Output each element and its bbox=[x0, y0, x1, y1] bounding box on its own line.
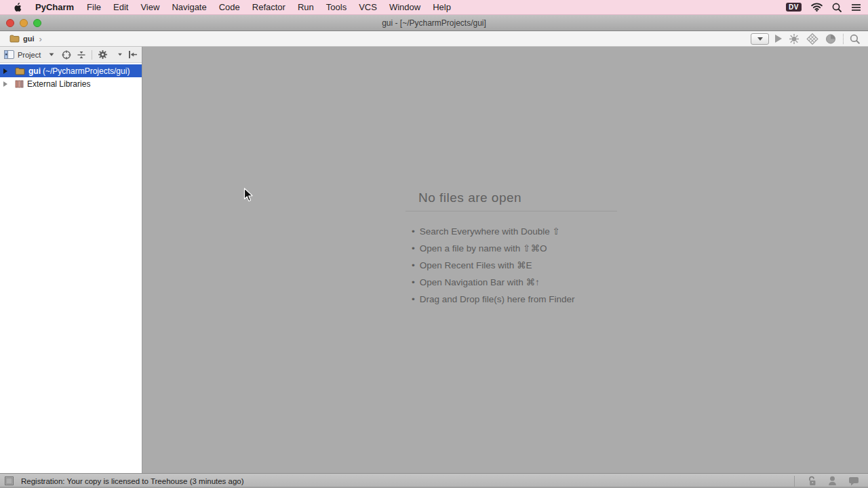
chevron-down-icon bbox=[757, 37, 763, 41]
project-panel-title[interactable]: Project bbox=[18, 51, 41, 59]
folder-icon bbox=[9, 35, 20, 43]
inspections-profile-icon[interactable] bbox=[828, 476, 837, 486]
event-log-bubble-icon[interactable] bbox=[848, 476, 859, 486]
empty-state-title: No files are open bbox=[406, 190, 617, 211]
project-view-dropdown-icon[interactable] bbox=[50, 53, 54, 56]
menu-window[interactable]: Window bbox=[383, 0, 427, 14]
menu-file[interactable]: File bbox=[81, 0, 107, 14]
tree-row-project-root[interactable]: gui (~/PycharmProjects/gui) bbox=[0, 64, 142, 77]
tip-item: Open Recent Files with ⌘E bbox=[412, 257, 617, 274]
navigation-bar: gui › bbox=[0, 31, 868, 47]
toolbar-separator bbox=[843, 34, 844, 44]
window-title-bar: gui - [~/PycharmProjects/gui] bbox=[0, 15, 868, 31]
wifi-icon[interactable] bbox=[811, 3, 823, 12]
tips-list: Search Everywhere with Double ⇧ Open a f… bbox=[406, 223, 617, 308]
gear-dropdown-caret-icon bbox=[118, 54, 122, 56]
tip-item: Drag and Drop file(s) here from Finder bbox=[412, 291, 617, 308]
menu-navigate[interactable]: Navigate bbox=[165, 0, 212, 14]
panel-toolbar-separator bbox=[92, 50, 92, 60]
menu-run[interactable]: Run bbox=[292, 0, 320, 14]
menu-app-pycharm[interactable]: PyCharm bbox=[28, 0, 81, 14]
menu-help[interactable]: Help bbox=[427, 0, 457, 14]
debug-button[interactable] bbox=[788, 33, 800, 45]
menu-vcs[interactable]: VCS bbox=[353, 0, 383, 14]
project-tool-window: Project bbox=[0, 47, 142, 473]
run-configuration-dropdown[interactable] bbox=[751, 33, 769, 45]
menu-code[interactable]: Code bbox=[213, 0, 246, 14]
libraries-icon bbox=[15, 80, 24, 88]
expand-arrow-icon[interactable] bbox=[3, 81, 7, 87]
tip-item: Open a file by name with ⇧⌘O bbox=[412, 240, 617, 257]
input-source-badge[interactable]: DV bbox=[786, 3, 802, 12]
project-folder-icon bbox=[15, 67, 25, 75]
menu-refactor[interactable]: Refactor bbox=[246, 0, 292, 14]
tree-row-external-libraries[interactable]: External Libraries bbox=[0, 77, 142, 90]
menu-view[interactable]: View bbox=[134, 0, 165, 14]
project-tree: gui (~/PycharmProjects/gui) External Lib… bbox=[0, 63, 142, 90]
tree-node-path: (~/PycharmProjects/gui) bbox=[43, 66, 130, 76]
apple-menu[interactable] bbox=[7, 3, 28, 12]
status-message: Registration: Your copy is licensed to T… bbox=[21, 477, 244, 485]
tip-item: Open Navigation Bar with ⌘↑ bbox=[412, 274, 617, 291]
macos-menu-bar: PyCharm File Edit View Navigate Code Ref… bbox=[0, 0, 868, 15]
statusbar-separator bbox=[794, 476, 795, 487]
tree-node-name[interactable]: gui bbox=[28, 66, 41, 76]
breadcrumb-project-name[interactable]: gui bbox=[23, 35, 35, 43]
profiler-button[interactable] bbox=[825, 33, 837, 45]
lock-icon[interactable] bbox=[808, 476, 816, 486]
apple-icon bbox=[14, 3, 22, 12]
tip-item: Search Everywhere with Double ⇧ bbox=[412, 223, 617, 240]
settings-gear-icon[interactable] bbox=[98, 49, 123, 60]
status-bar: Registration: Your copy is licensed to T… bbox=[0, 473, 868, 488]
coverage-button[interactable] bbox=[806, 33, 818, 45]
empty-editor-hints: No files are open Search Everywhere with… bbox=[406, 190, 617, 308]
collapse-all-icon[interactable] bbox=[77, 50, 86, 60]
project-view-icon bbox=[4, 50, 14, 59]
expand-arrow-icon[interactable] bbox=[3, 68, 7, 74]
breadcrumb-chevron-icon: › bbox=[39, 34, 42, 44]
tree-node-name[interactable]: External Libraries bbox=[27, 79, 90, 89]
menu-tools[interactable]: Tools bbox=[320, 0, 353, 14]
run-button[interactable] bbox=[775, 35, 782, 43]
toolwindow-switcher-icon[interactable] bbox=[5, 476, 14, 485]
breadcrumb[interactable]: gui › bbox=[9, 34, 42, 44]
menu-edit[interactable]: Edit bbox=[107, 0, 134, 14]
window-title: gui - [~/PycharmProjects/gui] bbox=[0, 18, 868, 28]
hide-panel-icon[interactable] bbox=[128, 50, 138, 59]
editor-area: No files are open Search Everywhere with… bbox=[142, 47, 868, 473]
project-panel-header: Project bbox=[0, 47, 142, 63]
notification-center-icon[interactable] bbox=[851, 3, 861, 12]
spotlight-search-icon[interactable] bbox=[832, 3, 842, 12]
locate-file-icon[interactable] bbox=[62, 50, 71, 60]
search-everywhere-icon[interactable] bbox=[850, 34, 860, 44]
